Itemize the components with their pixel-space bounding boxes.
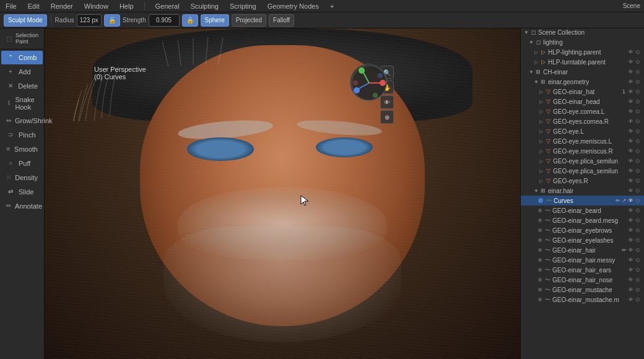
workspace-scripting[interactable]: Scripting — [228, 2, 258, 10]
outliner-item-geo-hair[interactable]: 〜 GEO-einar_hair ✏ 👁 ⊙ — [521, 245, 644, 255]
geo-beard-eye[interactable]: 👁 — [627, 207, 634, 214]
curves-eye[interactable]: 👁 — [627, 197, 634, 204]
workspace-general[interactable]: General — [154, 2, 181, 10]
strength-input[interactable] — [149, 14, 180, 27]
outliner-item-geo-meniscus-r[interactable]: ▷ ▽ GEO-eye.meniscus.R 👁 ⊙ — [521, 146, 644, 156]
menu-edit[interactable]: Edit — [26, 2, 41, 10]
geo-head-eye[interactable]: 👁 — [627, 98, 634, 105]
lighting-group[interactable]: ▼ ◻ lighting — [521, 37, 644, 47]
einar-hair-vis[interactable]: ⊙ — [634, 187, 642, 194]
outliner-item-geo-cornea-r[interactable]: ▷ ▽ GEO-eyes.cornea.R 👁 ⊙ — [521, 116, 644, 126]
geo-mustache-m-eye[interactable]: 👁 — [627, 296, 634, 303]
tool-pinch[interactable]: ⊃ Pinch — [1, 128, 43, 142]
outliner-item-curves[interactable]: 〜 Curves ✏ ↗ 👁 ⊙ — [521, 196, 644, 205]
radius-input[interactable] — [77, 14, 102, 27]
hlp-lighting-eye[interactable]: 👁 — [627, 48, 634, 56]
workspace-geometry-nodes[interactable]: Geometry Nodes — [266, 2, 321, 10]
geo-eyelashes-vis[interactable]: ⊙ — [634, 236, 642, 244]
geo-mustache-eye[interactable]: 👁 — [627, 286, 634, 293]
workspace-sculpting[interactable]: Sculpting — [189, 2, 220, 10]
curves-vis[interactable]: ⊙ — [634, 197, 642, 204]
ch-einar-vis[interactable]: ⊙ — [634, 68, 642, 76]
outliner-item-geo-hair-messy[interactable]: 〜 GEO-einar_hair.messy 👁 ⊙ — [521, 255, 644, 265]
tool-grow-shrink[interactable]: ⇔ Grow/Shrink — [1, 114, 43, 128]
outliner-item-hlp-turntable[interactable]: ▷ ▷ HLP-turntable.parent 👁 ⊙ — [521, 57, 644, 67]
outliner-item-geo-meniscus-l[interactable]: ▷ ▽ GEO-eye.meniscus.L 👁 ⊙ — [521, 136, 644, 146]
tool-slide[interactable]: ⇄ Slide — [1, 185, 43, 199]
geo-cornea-r-vis[interactable]: ⊙ — [634, 118, 642, 125]
geo-beard-mesg-eye[interactable]: 👁 — [627, 217, 634, 224]
outliner-item-einar-hair[interactable]: ▼ ⊞ einar.hair 👁 ⊙ — [521, 186, 644, 196]
geo-meniscus-l-eye[interactable]: 👁 — [627, 137, 634, 145]
tool-add[interactable]: + Add — [1, 65, 43, 79]
workspace-add[interactable]: + — [328, 2, 336, 10]
outliner-item-einar-geometry[interactable]: ▼ ⊞ einar.geometry 👁 ⊙ — [521, 77, 644, 87]
hlp-turntable-vis[interactable]: ⊙ — [634, 58, 642, 66]
ch-einar-eye[interactable]: 👁 — [627, 68, 634, 76]
outliner-item-geo-hair-ears[interactable]: 〜 GEO-einar_hair_ears 👁 ⊙ — [521, 265, 644, 275]
geo-plica-1-eye[interactable]: 👁 — [627, 157, 634, 165]
scene-collection[interactable]: ▼ ◻ Scene Collection — [521, 27, 644, 37]
geo-beard-mesg-vis[interactable]: ⊙ — [634, 217, 642, 224]
geo-cornea-l-vis[interactable]: ⊙ — [634, 108, 642, 115]
outliner-item-geo-mustache-m[interactable]: 〜 GEO-einar_mustache.m 👁 ⊙ — [521, 295, 644, 305]
hlp-turntable-eye[interactable]: 👁 — [627, 58, 634, 66]
geo-hair-messy-vis[interactable]: ⊙ — [634, 256, 642, 264]
geo-hair-vis[interactable]: ⊙ — [634, 246, 642, 254]
navigation-gizmo[interactable] — [347, 61, 390, 104]
tool-smooth[interactable]: ≡ Smooth — [1, 142, 43, 156]
hlp-lighting-vis[interactable]: ⊙ — [634, 48, 642, 56]
geo-eyes-r-eye[interactable]: 👁 — [627, 177, 634, 184]
tool-delete[interactable]: ✕ Delete — [1, 79, 43, 93]
geo-eyebrows-eye[interactable]: 👁 — [627, 227, 634, 234]
outliner-item-geo-cornea-l[interactable]: ▷ ▽ GEO-eye.cornea.L 👁 ⊙ — [521, 106, 644, 116]
geo-eye-l-eye[interactable]: 👁 — [627, 128, 634, 135]
outliner-item-geo-eye-l[interactable]: ▷ ▽ GEO-eye.L 👁 ⊙ — [521, 126, 644, 136]
outliner-item-geo-eyelashes[interactable]: 〜 GEO-einar_eyelashes 👁 ⊙ — [521, 235, 644, 245]
einar-hair-eye[interactable]: 👁 — [627, 187, 634, 194]
geo-hair-messy-eye[interactable]: 👁 — [627, 256, 634, 264]
outliner-item-geo-eyebrows[interactable]: 〜 GEO-einar_eyebrows 👁 ⊙ — [521, 225, 644, 235]
geo-hat-vis[interactable]: ⊙ — [634, 88, 642, 95]
tool-comb[interactable]: ⌃ Comb — [1, 51, 43, 64]
outliner-item-geo-head[interactable]: ▷ ▽ GEO-einar_head 👁 ⊙ — [521, 97, 644, 106]
geo-hair-ears-vis[interactable]: ⊙ — [634, 266, 642, 274]
outliner-item-hlp-lighting[interactable]: ▷ ▷ HLP-lighting.parent 👁 ⊙ — [521, 47, 644, 57]
falloff-btn[interactable]: Falloff — [269, 14, 294, 27]
geo-mustache-m-vis[interactable]: ⊙ — [634, 296, 642, 303]
outliner-item-geo-mustache[interactable]: 〜 GEO-einar_mustache 👁 ⊙ — [521, 285, 644, 295]
strength-lock[interactable]: 🔒 — [182, 14, 198, 27]
geo-cornea-r-eye[interactable]: 👁 — [627, 118, 634, 125]
main-viewport[interactable]: User Perspective (0) Curves 🔍 ✋ 👁 ⊕ — [45, 28, 520, 359]
geo-eyebrows-vis[interactable]: ⊙ — [634, 227, 642, 234]
einar-geometry-eye[interactable]: 👁 — [627, 78, 634, 85]
outliner-item-geo-hat[interactable]: ▷ ▽ GEO-einar_hat 1 👁 ⊙ — [521, 87, 644, 97]
outliner-item-geo-beard[interactable]: 〜 GEO-einar_beard 👁 ⊙ — [521, 205, 644, 215]
einar-geometry-vis[interactable]: ⊙ — [634, 78, 642, 85]
geo-hat-eye[interactable]: 👁 — [627, 88, 634, 95]
geo-mustache-vis[interactable]: ⊙ — [634, 286, 642, 293]
geo-beard-vis[interactable]: ⊙ — [634, 207, 642, 214]
sphere-btn[interactable]: Sphere — [201, 14, 229, 27]
geo-plica-2-eye[interactable]: 👁 — [627, 167, 634, 175]
geo-hair-eye[interactable]: 👁 — [627, 246, 634, 254]
mode-selector[interactable]: Sculpt Mode — [4, 14, 47, 27]
outliner-item-geo-hair-nose[interactable]: 〜 GEO-einar_hair_nose 👁 ⊙ — [521, 275, 644, 285]
vc-dot[interactable]: ⊕ — [380, 110, 394, 124]
menu-help[interactable]: Help — [118, 2, 136, 10]
menu-render[interactable]: Render — [49, 2, 75, 10]
tool-snake-hook[interactable]: ⌇ Snake Hook — [1, 93, 43, 113]
geo-eyes-r-vis[interactable]: ⊙ — [634, 177, 642, 184]
geo-cornea-l-eye[interactable]: 👁 — [627, 108, 634, 115]
projected-btn[interactable]: Projected — [232, 14, 266, 27]
menu-file[interactable]: File — [4, 2, 19, 10]
tool-puff[interactable]: ○ Puff — [1, 157, 43, 170]
radius-lock[interactable]: 🔒 — [104, 14, 120, 27]
geo-meniscus-r-eye[interactable]: 👁 — [627, 147, 634, 155]
outliner-item-geo-plica-2[interactable]: ▷ ▽ GEO-eye.plica_semilun 👁 ⊙ — [521, 166, 644, 176]
outliner-item-ch-einar[interactable]: ▼ ⊞ CH-einar 👁 ⊙ — [521, 67, 644, 77]
geo-hair-ears-eye[interactable]: 👁 — [627, 266, 634, 274]
geo-eye-l-vis[interactable]: ⊙ — [634, 128, 642, 135]
geo-head-vis[interactable]: ⊙ — [634, 98, 642, 105]
geo-meniscus-r-vis[interactable]: ⊙ — [634, 147, 642, 155]
